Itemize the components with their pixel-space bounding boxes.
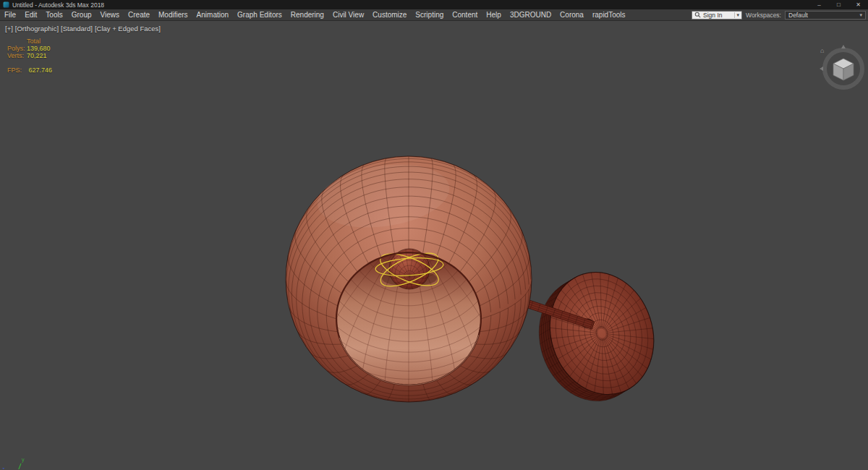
stats-rows: Polys:139,680Verts:70,221 — [7, 45, 52, 59]
viewport-label-segment-2[interactable]: [Standard] — [61, 25, 93, 33]
viewport-label-segment-3[interactable]: [Clay + Edged Faces] — [95, 25, 161, 33]
menu-item-graph-editors[interactable]: Graph Editors — [233, 9, 286, 21]
sphere-object[interactable] — [286, 156, 532, 402]
workspaces-label: Workspaces: — [746, 12, 781, 19]
viewport[interactable]: ⌂xyz [+][Orthographic][Standard][Clay + … — [0, 21, 868, 469]
menu-item-help[interactable]: Help — [482, 9, 506, 21]
stat-row: Polys:139,680 — [7, 45, 52, 52]
stat-row-fps: FPS: 627.746 — [7, 67, 52, 74]
window-controls: – □ ✕ — [809, 0, 868, 9]
menu-item-content[interactable]: Content — [448, 9, 482, 21]
menu-item-corona[interactable]: Corona — [556, 9, 588, 21]
menu-item-rendering[interactable]: Rendering — [286, 9, 328, 21]
menu-item-3dground[interactable]: 3DGROUND — [506, 9, 556, 21]
knob-object[interactable] — [389, 249, 430, 289]
menu-item-civil-view[interactable]: Civil View — [328, 9, 368, 21]
svg-text:y: y — [22, 457, 25, 463]
menu-bar-items: FileEditToolsGroupViewsCreateModifiersAn… — [0, 9, 630, 21]
chevron-down-icon: ▾ — [734, 12, 740, 18]
viewport-label-segment-1[interactable]: [Orthographic] — [15, 25, 59, 33]
menu-item-file[interactable]: File — [0, 9, 20, 21]
menu-item-create[interactable]: Create — [124, 9, 154, 21]
menu-bar: FileEditToolsGroupViewsCreateModifiersAn… — [0, 9, 868, 21]
fps-label: FPS: — [7, 67, 27, 74]
menu-item-tools[interactable]: Tools — [41, 9, 67, 21]
menu-item-scripting[interactable]: Scripting — [411, 9, 448, 21]
minimize-button[interactable]: – — [809, 0, 829, 9]
viewport-label: [+][Orthographic][Standard][Clay + Edged… — [5, 25, 161, 33]
sign-in-control[interactable]: Sign In ▾ — [692, 11, 742, 20]
viewport-canvas[interactable]: ⌂xyz — [0, 21, 868, 469]
menu-bar-right: Sign In ▾ Workspaces: Default ▾ — [692, 11, 868, 20]
viewport-label-segment-0[interactable]: [+] — [5, 25, 13, 33]
menu-item-rapidtools[interactable]: rapidTools — [588, 9, 630, 21]
home-icon[interactable]: ⌂ — [820, 47, 824, 54]
svg-text:z: z — [2, 466, 5, 469]
menu-item-views[interactable]: Views — [96, 9, 124, 21]
stats-overlay: Total Polys:139,680Verts:70,221 FPS: 627… — [7, 38, 52, 74]
chevron-down-icon: ▾ — [859, 12, 862, 18]
menu-item-group[interactable]: Group — [67, 9, 96, 21]
app-icon — [3, 1, 9, 8]
workspace-selector[interactable]: Default ▾ — [785, 11, 866, 20]
close-button[interactable]: ✕ — [848, 0, 868, 9]
menu-item-customize[interactable]: Customize — [368, 9, 411, 21]
fps-value: 627.746 — [29, 67, 53, 74]
menu-item-animation[interactable]: Animation — [192, 9, 233, 21]
stats-total-label: Total — [27, 38, 52, 45]
sign-in-label: Sign In — [703, 12, 722, 19]
title-bar: Untitled - Autodesk 3ds Max 2018 – □ ✕ — [0, 0, 868, 9]
stat-row: Verts:70,221 — [7, 52, 52, 59]
menu-item-edit[interactable]: Edit — [20, 9, 41, 21]
search-icon — [694, 12, 701, 18]
window-title: Untitled - Autodesk 3ds Max 2018 — [12, 1, 104, 9]
workspace-value: Default — [788, 12, 808, 19]
maximize-button[interactable]: □ — [829, 0, 848, 9]
menu-item-modifiers[interactable]: Modifiers — [154, 9, 192, 21]
